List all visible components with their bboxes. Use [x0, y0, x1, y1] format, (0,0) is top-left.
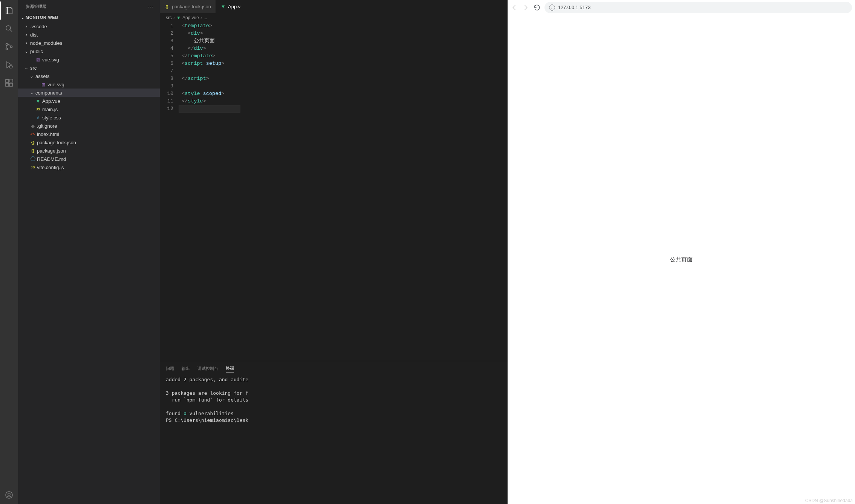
folder-item[interactable]: ⌄assets	[18, 72, 160, 80]
folder-item[interactable]: ⌄src	[18, 64, 160, 72]
file-item[interactable]: JSvite.config.js	[18, 163, 160, 171]
folder-item[interactable]: ⌄components	[18, 89, 160, 97]
js-icon: JS	[35, 107, 41, 111]
browser-toolbar: i 127.0.0.1:5173	[508, 0, 855, 15]
activity-bar	[0, 0, 18, 504]
site-info-icon[interactable]: i	[549, 5, 555, 11]
tree-item-label: .gitignore	[36, 123, 57, 129]
svg-point-4	[9, 65, 12, 68]
folder-item[interactable]: ›dist	[18, 31, 160, 39]
source-control-icon[interactable]	[0, 38, 18, 56]
svg-point-10	[8, 493, 10, 495]
explorer-sidebar: 资源管理器 ··· ⌄ MONITOR-WEB ›.vscode›dist›no…	[18, 0, 160, 504]
browser-viewport: 公共页面	[508, 15, 855, 504]
tree-item-label: node_modules	[29, 40, 62, 46]
tree-item-label: vite.config.js	[36, 165, 64, 170]
chevron-right-icon: ›	[23, 24, 29, 29]
tab-output[interactable]: 输出	[182, 364, 190, 373]
tab-label: App.vue	[228, 4, 240, 9]
file-item[interactable]: {}package.json	[18, 147, 160, 155]
tree-item-label: assets	[35, 73, 50, 79]
tab-problems[interactable]: 问题	[166, 364, 174, 373]
chevron-down-icon: ⌄	[23, 65, 29, 70]
terminal-output[interactable]: added 2 packages, and audite 3 packages …	[160, 374, 508, 504]
tree-item-label: components	[35, 90, 62, 96]
html-icon: <>	[29, 132, 36, 136]
chevron-right-icon: ›	[173, 15, 175, 20]
extensions-icon[interactable]	[0, 74, 18, 92]
tree-item-label: README.md	[36, 156, 66, 162]
chevron-down-icon: ⌄	[29, 90, 35, 95]
svg-point-1	[6, 44, 8, 46]
vue-icon: ▼	[35, 98, 41, 104]
reload-icon[interactable]	[533, 4, 541, 11]
explorer-more-icon[interactable]: ···	[148, 5, 154, 9]
chevron-down-icon: ⌄	[29, 73, 35, 79]
js-icon: JS	[29, 165, 36, 169]
project-section[interactable]: ⌄ MONITOR-WEB	[18, 13, 160, 21]
back-icon[interactable]	[511, 4, 518, 11]
tree-item-label: main.js	[41, 107, 58, 112]
tree-item-label: public	[29, 49, 43, 54]
forward-icon[interactable]	[522, 4, 529, 11]
file-item[interactable]: #style.css	[18, 113, 160, 122]
info-icon: ⓘ	[29, 156, 36, 162]
tab-terminal[interactable]: 终端	[226, 364, 234, 373]
svg-rect-7	[9, 83, 12, 86]
file-item[interactable]: ◆.gitignore	[18, 122, 160, 130]
code-editor[interactable]: 123456789101112 <template> <div> 公共页面 </…	[160, 22, 240, 361]
chevron-right-icon: ›	[23, 32, 29, 37]
git-icon: ◆	[29, 123, 36, 129]
tree-item-label: vue.svg	[41, 57, 59, 63]
folder-item[interactable]: ›node_modules	[18, 39, 160, 47]
folder-item[interactable]: ⌄public	[18, 47, 160, 55]
svg-point-3	[11, 46, 12, 48]
accounts-icon[interactable]	[0, 486, 18, 504]
tree-item-label: package.json	[36, 148, 66, 154]
file-item[interactable]: ▧vue.svg	[18, 80, 160, 89]
file-tree: ›.vscode›dist›node_modules⌄public▧vue.sv…	[18, 21, 160, 504]
editor-tab[interactable]: ▼App.vue	[216, 0, 240, 13]
run-debug-icon[interactable]	[0, 56, 18, 74]
browser-pane: i 127.0.0.1:5173 公共页面	[508, 0, 855, 504]
page-text: 公共页面	[670, 256, 693, 263]
svg-rect-6	[6, 83, 9, 86]
tab-label: package-lock.json	[172, 4, 211, 9]
vue-icon: ▼	[176, 15, 181, 20]
tree-item-label: src	[29, 65, 37, 71]
json-icon: {}	[164, 5, 170, 9]
svg-icon: ▧	[35, 57, 41, 62]
editor-tab[interactable]: {}package-lock.json	[160, 0, 216, 13]
tab-debug-console[interactable]: 调试控制台	[197, 364, 218, 373]
svg-icon: ▧	[40, 82, 47, 87]
breadcrumb-segment: src	[166, 15, 172, 20]
file-item[interactable]: {}package-lock.json	[18, 138, 160, 147]
address-url: 127.0.0.1:5173	[558, 5, 591, 10]
watermark: CSDN @Sunshinedada	[805, 498, 853, 503]
tree-item-label: dist	[29, 32, 38, 38]
chevron-down-icon: ⌄	[20, 15, 26, 20]
file-item[interactable]: <>index.html	[18, 130, 160, 138]
folder-item[interactable]: ›.vscode	[18, 22, 160, 31]
tree-item-label: vue.svg	[47, 82, 64, 87]
file-item[interactable]: JSmain.js	[18, 105, 160, 113]
json-icon: {}	[29, 140, 36, 145]
svg-rect-8	[10, 79, 13, 82]
explorer-title: 资源管理器	[26, 4, 46, 9]
search-icon[interactable]	[0, 20, 18, 38]
file-item[interactable]: ⓘREADME.md	[18, 155, 160, 163]
file-item[interactable]: ▼App.vue	[18, 97, 160, 105]
address-bar[interactable]: i 127.0.0.1:5173	[545, 2, 852, 13]
breadcrumb-segment: App.vue	[182, 15, 199, 20]
chevron-down-icon: ⌄	[23, 49, 29, 54]
chevron-right-icon: ›	[23, 40, 29, 46]
svg-point-0	[6, 26, 11, 30]
bottom-panel: 问题 输出 调试控制台 终端 added 2 packages, and aud…	[160, 361, 508, 504]
project-name: MONITOR-WEB	[26, 15, 58, 20]
tree-item-label: App.vue	[41, 98, 60, 104]
css-icon: #	[35, 115, 41, 120]
explorer-icon[interactable]	[0, 2, 18, 20]
svg-point-2	[6, 48, 8, 50]
breadcrumb[interactable]: src › ▼ App.vue › ...	[160, 13, 240, 22]
file-item[interactable]: ▧vue.svg	[18, 55, 160, 64]
